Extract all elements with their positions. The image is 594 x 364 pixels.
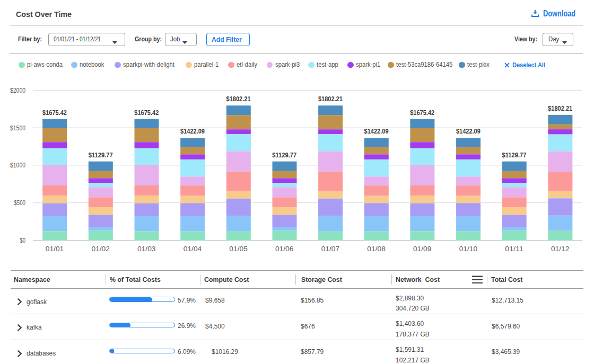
svg-text:$1129.77: $1129.77 [89,151,113,159]
svg-text:$1129.77: $1129.77 [272,151,296,159]
svg-text:$1675.42: $1675.42 [134,109,159,117]
svg-text:01/03: 01/03 [137,245,156,253]
svg-text:$1129.77: $1129.77 [502,151,527,159]
svg-text:$1422.09: $1422.09 [180,127,205,135]
svg-text:01/02: 01/02 [91,245,110,253]
svg-text:01/04: 01/04 [184,245,202,253]
svg-text:01/12: 01/12 [551,245,570,253]
svg-text:01/06: 01/06 [275,245,294,253]
svg-text:$1802.21: $1802.21 [226,95,251,103]
svg-text:01/08: 01/08 [367,245,386,253]
svg-text:01/09: 01/09 [413,245,432,253]
svg-text:01/01: 01/01 [46,245,64,253]
svg-text:$1000: $1000 [10,162,25,169]
svg-text:$2000: $2000 [10,87,25,94]
svg-text:$500: $500 [14,199,26,207]
svg-text:$1422.09: $1422.09 [364,127,389,135]
svg-text:$1675.42: $1675.42 [410,109,434,117]
svg-text:01/10: 01/10 [459,245,478,253]
svg-text:01/05: 01/05 [229,245,248,253]
svg-text:$1422.09: $1422.09 [456,127,481,135]
svg-text:$1675.42: $1675.42 [42,109,67,117]
svg-text:$1802.21: $1802.21 [318,95,343,103]
svg-text:$1802.21: $1802.21 [548,104,572,112]
svg-text:$1500: $1500 [10,125,25,132]
svg-text:01/07: 01/07 [321,245,340,253]
svg-text:01/11: 01/11 [505,245,523,253]
svg-text:$0: $0 [20,237,26,244]
